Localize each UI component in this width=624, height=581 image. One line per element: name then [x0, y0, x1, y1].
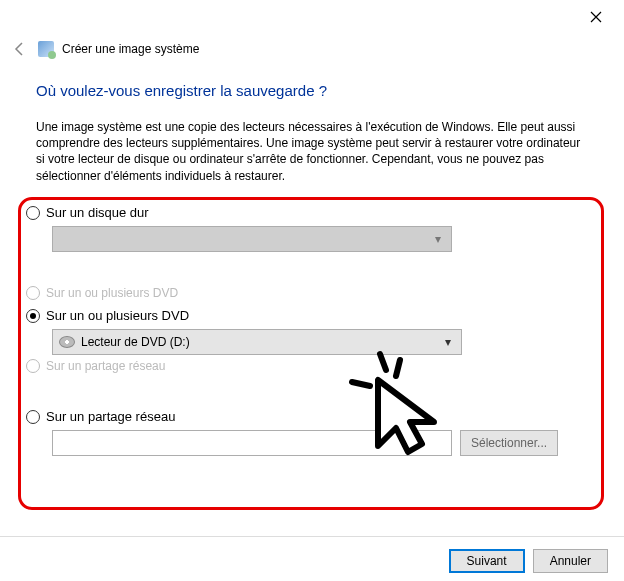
option-hdd-label: Sur un disque dur [46, 205, 149, 220]
page-heading: Où voulez-vous enregistrer la sauvegarde… [36, 82, 602, 99]
cancel-button[interactable]: Annuler [533, 549, 608, 573]
wizard-icon [38, 41, 54, 57]
radio-net-ghost [26, 359, 40, 373]
disc-icon [59, 336, 75, 348]
close-button[interactable] [580, 6, 612, 30]
option-hdd[interactable]: Sur un disque dur [26, 205, 596, 220]
page-description: Une image système est une copie des lect… [36, 119, 591, 184]
option-net-ghost-label: Sur un partage réseau [46, 359, 165, 373]
option-dvd-label: Sur un ou plusieurs DVD [46, 308, 189, 323]
chevron-down-icon: ▾ [429, 232, 447, 246]
radio-hdd[interactable] [26, 206, 40, 220]
hdd-drive-select[interactable]: ▾ [52, 226, 452, 252]
back-button[interactable] [10, 39, 30, 59]
radio-dvd-ghost [26, 286, 40, 300]
next-button[interactable]: Suivant [449, 549, 525, 573]
option-dvd[interactable]: Sur un ou plusieurs DVD [26, 308, 596, 323]
dvd-drive-select[interactable]: Lecteur de DVD (D:) ▾ [52, 329, 462, 355]
chevron-down-icon: ▾ [439, 335, 457, 349]
browse-button[interactable]: Sélectionner... [460, 430, 558, 456]
radio-network[interactable] [26, 410, 40, 424]
option-network-label: Sur un partage réseau [46, 409, 175, 424]
network-path-input[interactable] [52, 430, 452, 456]
option-dvd-ghost-label: Sur un ou plusieurs DVD [46, 286, 178, 300]
window-title: Créer une image système [62, 42, 199, 56]
option-network[interactable]: Sur un partage réseau [26, 409, 596, 424]
radio-dvd[interactable] [26, 309, 40, 323]
dvd-select-value: Lecteur de DVD (D:) [81, 335, 190, 349]
